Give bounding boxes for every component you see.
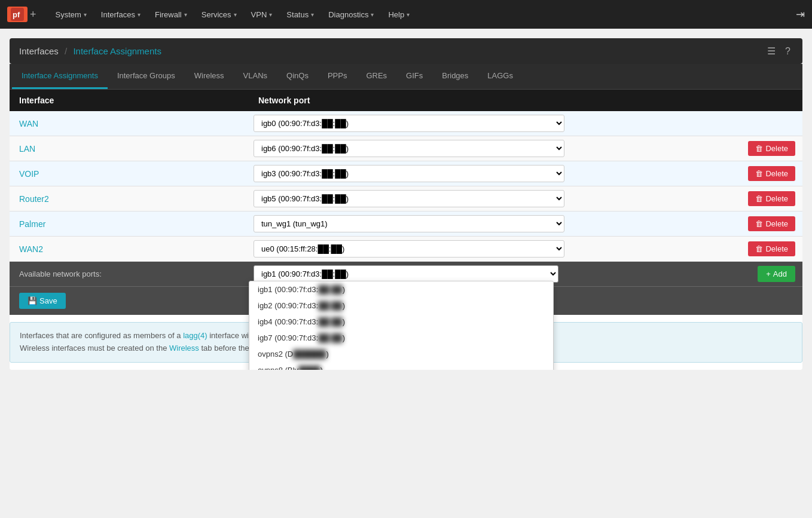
chevron-down-icon: ▾ — [84, 11, 87, 18]
chevron-down-icon: ▾ — [138, 11, 141, 18]
help-icon[interactable]: ? — [783, 44, 793, 58]
logout-icon[interactable]: ⇥ — [796, 8, 805, 21]
wireless-tab-link[interactable]: Wireless — [169, 344, 199, 353]
trash-icon: 🗑 — [755, 219, 763, 228]
port-select-voip[interactable]: igb3 (00:90:7f:d3:██:██) — [254, 165, 564, 182]
port-select-palmer[interactable]: tun_wg1 (tun_wg1) — [254, 215, 564, 232]
nav-interfaces[interactable]: Interfaces ▾ — [94, 7, 148, 23]
page-container: Interfaces / Interface Assignments ☰ ? I… — [0, 29, 812, 518]
list-icon[interactable]: ☰ — [765, 44, 778, 58]
save-icon: 💾 — [28, 296, 37, 305]
wan-actions — [788, 120, 802, 127]
table-row: WAN igb0 (00:90:7f:d3:██:██) — [10, 111, 802, 136]
lan-actions: 🗑 Delete — [741, 137, 802, 160]
nav-help[interactable]: Help ▾ — [381, 7, 417, 23]
nav-firewall[interactable]: Firewall ▾ — [148, 7, 194, 23]
available-ports-select[interactable]: igb1 (00:90:7f:d3:██:██) igb2 (00:90:7f:… — [254, 265, 558, 283]
interface-wan2: WAN2 — [10, 240, 249, 259]
port-router2: igb5 (00:90:7f:d3:██:██) — [249, 186, 741, 211]
interface-lan: LAN — [10, 139, 249, 158]
tab-interface-assignments[interactable]: Interface Assignments — [12, 64, 108, 89]
brand-plus-label: + — [30, 8, 36, 21]
tab-qinqs[interactable]: QinQs — [277, 64, 318, 89]
dropdown-option-igb1[interactable]: igb1 (00:90:7f:d3:██:██) — [249, 281, 553, 298]
breadcrumb: Interfaces / Interface Assignments ☰ ? — [10, 38, 802, 64]
voip-actions: 🗑 Delete — [741, 163, 802, 185]
table-row: VOIP igb3 (00:90:7f:d3:██:██) 🗑 Delete — [10, 161, 802, 186]
dropdown-option-ovpns2[interactable]: ovpns2 (D██████) — [249, 346, 553, 362]
tab-vlans[interactable]: VLANs — [234, 64, 277, 89]
tab-bridges[interactable]: Bridges — [432, 64, 478, 89]
lagg-link[interactable]: lagg(4) — [183, 331, 207, 340]
delete-wan2-button[interactable]: 🗑 Delete — [748, 241, 795, 256]
add-port-actions: + Add — [750, 262, 802, 286]
chevron-down-icon: ▾ — [311, 11, 314, 18]
interface-voip: VOIP — [10, 164, 249, 183]
available-ports-dropdown: igb1 (00:90:7f:d3:██:██) igb2 (00:90:7f:… — [249, 281, 554, 370]
col-network-port: Network port — [249, 90, 802, 111]
port-lan: igb6 (00:90:7f:d3:██:██) — [249, 136, 741, 161]
delete-router2-button[interactable]: 🗑 Delete — [748, 191, 795, 206]
available-ports-select-wrapper: igb1 (00:90:7f:d3:██:██) igb2 (00:90:7f:… — [249, 262, 750, 286]
tab-interface-groups[interactable]: Interface Groups — [108, 64, 185, 89]
nav-vpn[interactable]: VPN ▾ — [244, 7, 280, 23]
delete-palmer-button[interactable]: 🗑 Delete — [748, 216, 795, 231]
dropdown-option-ovpns8[interactable]: ovpns8 (Bly████) — [249, 362, 553, 370]
dropdown-option-igb7[interactable]: igb7 (00:90:7f:d3:██:██) — [249, 330, 553, 346]
brand-logo[interactable]: pf + — [7, 7, 36, 22]
palmer-actions: 🗑 Delete — [741, 213, 802, 235]
tab-ppps[interactable]: PPPs — [318, 64, 357, 89]
nav-system[interactable]: System ▾ — [48, 7, 94, 23]
main-content: Interface Network port WAN igb0 (00:90:7… — [10, 90, 802, 370]
trash-icon: 🗑 — [755, 169, 763, 178]
trash-icon: 🗑 — [755, 194, 763, 203]
plus-icon: + — [766, 269, 771, 278]
nav-services[interactable]: Services ▾ — [194, 7, 244, 23]
trash-icon: 🗑 — [755, 244, 763, 253]
port-select-router2[interactable]: igb5 (00:90:7f:d3:██:██) — [254, 190, 564, 207]
trash-icon: 🗑 — [755, 144, 763, 153]
router2-actions: 🗑 Delete — [741, 188, 802, 210]
tab-gifs[interactable]: GIFs — [396, 64, 432, 89]
breadcrumb-current: Interface Assignments — [73, 46, 161, 56]
interface-router2: Router2 — [10, 189, 249, 209]
port-select-lan[interactable]: igb6 (00:90:7f:d3:██:██) — [254, 140, 564, 157]
tab-gres[interactable]: GREs — [356, 64, 396, 89]
available-ports-label: Available network ports: — [10, 263, 249, 284]
breadcrumb-parent[interactable]: Interfaces — [19, 46, 59, 56]
table-row: Router2 igb5 (00:90:7f:d3:██:██) 🗑 Delet… — [10, 186, 802, 212]
chevron-down-icon: ▾ — [269, 11, 272, 18]
tabs-list: Interface Assignments Interface Groups W… — [10, 64, 802, 89]
port-select-wan[interactable]: igb0 (00:90:7f:d3:██:██) — [254, 115, 564, 132]
table-header: Interface Network port — [10, 90, 802, 111]
tabs-panel: Interface Assignments Interface Groups W… — [10, 64, 802, 90]
delete-lan-button[interactable]: 🗑 Delete — [748, 141, 795, 156]
nav-diagnostics[interactable]: Diagnostics ▾ — [321, 7, 381, 23]
interface-palmer: Palmer — [10, 214, 249, 234]
port-wan2: ue0 (00:15:ff:28:██:██) — [249, 237, 741, 261]
table-row: WAN2 ue0 (00:15:ff:28:██:██) 🗑 Delete — [10, 237, 802, 262]
delete-voip-button[interactable]: 🗑 Delete — [748, 166, 795, 181]
chevron-down-icon: ▾ — [234, 11, 237, 18]
tab-laggs[interactable]: LAGGs — [478, 64, 523, 89]
port-wan: igb0 (00:90:7f:d3:██:██) — [249, 111, 788, 136]
nav-status[interactable]: Status ▾ — [279, 7, 321, 23]
navbar: pf + System ▾ Interfaces ▾ Firewall ▾ Se… — [0, 0, 812, 29]
chevron-down-icon: ▾ — [371, 11, 374, 18]
save-button[interactable]: 💾 Save — [19, 293, 66, 309]
svg-text:pf: pf — [13, 10, 20, 19]
table-row: Palmer tun_wg1 (tun_wg1) 🗑 Delete — [10, 212, 802, 237]
dropdown-option-igb2[interactable]: igb2 (00:90:7f:d3:██:██) — [249, 298, 553, 314]
tab-wireless[interactable]: Wireless — [185, 64, 234, 89]
port-voip: igb3 (00:90:7f:d3:██:██) — [249, 161, 741, 186]
dropdown-option-igb4[interactable]: igb4 (00:90:7f:d3:██:██) — [249, 314, 553, 330]
breadcrumb-text: Interfaces / Interface Assignments — [19, 46, 161, 56]
chevron-down-icon: ▾ — [184, 11, 187, 18]
col-interface: Interface — [10, 90, 249, 111]
wan2-actions: 🗑 Delete — [741, 238, 802, 260]
add-port-button[interactable]: + Add — [758, 266, 795, 282]
available-ports-row: Available network ports: igb1 (00:90:7f:… — [10, 262, 802, 287]
port-select-wan2[interactable]: ue0 (00:15:ff:28:██:██) — [254, 240, 564, 258]
nav-menu: System ▾ Interfaces ▾ Firewall ▾ Service… — [48, 7, 417, 23]
breadcrumb-icons: ☰ ? — [765, 44, 793, 58]
